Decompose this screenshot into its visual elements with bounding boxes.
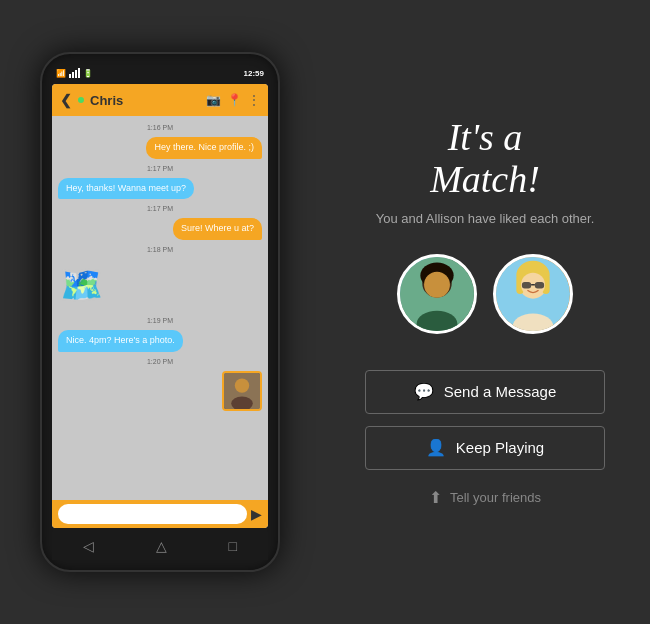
timestamp-3: 1:17 PM [58, 205, 262, 212]
keep-playing-button[interactable]: 👤 Keep Playing [365, 426, 605, 470]
match-section: It's aMatch! You and Allison have liked … [320, 0, 650, 624]
status-time: 12:59 [244, 69, 264, 78]
map-image: 🗺️ [58, 263, 262, 307]
timestamp-6: 1:20 PM [58, 358, 262, 365]
back-nav-button[interactable]: ◁ [83, 538, 94, 554]
message-5: Nice. 4pm? Here's a photo. [58, 330, 183, 352]
svg-rect-15 [522, 282, 531, 288]
keep-playing-label: Keep Playing [456, 439, 544, 456]
tell-friends-button[interactable]: ⬆ Tell your friends [429, 488, 541, 507]
match-avatars [397, 254, 573, 334]
timestamp-4: 1:18 PM [58, 246, 262, 253]
timestamp-2: 1:17 PM [58, 165, 262, 172]
location-icon[interactable]: 📍 [227, 93, 242, 107]
phone-nav: ◁ △ □ [52, 532, 268, 560]
message-3: Sure! Where u at? [173, 218, 262, 240]
battery-icon: 🔋 [83, 69, 93, 78]
photo-message [222, 371, 262, 411]
home-button[interactable]: △ [156, 538, 167, 554]
match-subtitle: You and Allison have liked each other. [376, 211, 595, 226]
svg-point-7 [424, 272, 450, 298]
back-button[interactable]: ❮ [60, 92, 72, 108]
avatar-female [493, 254, 573, 334]
tell-friends-label: Tell your friends [450, 490, 541, 505]
status-bar: 📶 🔋 12:59 [52, 64, 268, 82]
phone-section: 📶 🔋 12:59 ❮ Chris 📷 📍 [0, 0, 320, 624]
send-message-label: Send a Message [444, 383, 557, 400]
message-1: Hey there. Nice profile. ;) [146, 137, 262, 159]
messages-area: 1:16 PM Hey there. Nice profile. ;) 1:17… [52, 116, 268, 500]
timestamp-1: 1:16 PM [58, 124, 262, 131]
menu-icon[interactable]: ⋮ [248, 93, 260, 107]
avatar-male [397, 254, 477, 334]
female-avatar-svg [496, 257, 570, 331]
chat-contact-name: Chris [90, 93, 200, 108]
status-left: 📶 🔋 [56, 68, 93, 78]
person-svg [224, 371, 260, 411]
message-button-icon: 💬 [414, 382, 434, 401]
phone-screen: ❮ Chris 📷 📍 ⋮ 1:16 PM Hey there. Nice pr… [52, 84, 268, 528]
send-button[interactable]: ▶ [251, 506, 262, 522]
message-input[interactable] [58, 504, 247, 524]
match-title: It's aMatch! [430, 117, 540, 201]
svg-rect-16 [535, 282, 544, 288]
chat-input-bar: ▶ [52, 500, 268, 528]
message-2: Hey, thanks! Wanna meet up? [58, 178, 194, 200]
male-avatar-svg [400, 257, 474, 331]
timestamp-5: 1:19 PM [58, 317, 262, 324]
keep-playing-icon: 👤 [426, 438, 446, 457]
share-icon: ⬆ [429, 488, 442, 507]
chat-header: ❮ Chris 📷 📍 ⋮ [52, 84, 268, 116]
wifi-icon: 📶 [56, 69, 66, 78]
recent-apps-button[interactable]: □ [229, 538, 237, 554]
camera-icon[interactable]: 📷 [206, 93, 221, 107]
match-title-text: It's aMatch! [430, 116, 540, 200]
header-icons: 📷 📍 ⋮ [206, 93, 260, 107]
send-message-button[interactable]: 💬 Send a Message [365, 370, 605, 414]
svg-point-2 [231, 396, 253, 410]
phone: 📶 🔋 12:59 ❮ Chris 📷 📍 [40, 52, 280, 572]
online-indicator [78, 97, 84, 103]
svg-point-1 [235, 378, 249, 392]
signal-bars [69, 68, 80, 78]
photo-placeholder [224, 373, 260, 409]
